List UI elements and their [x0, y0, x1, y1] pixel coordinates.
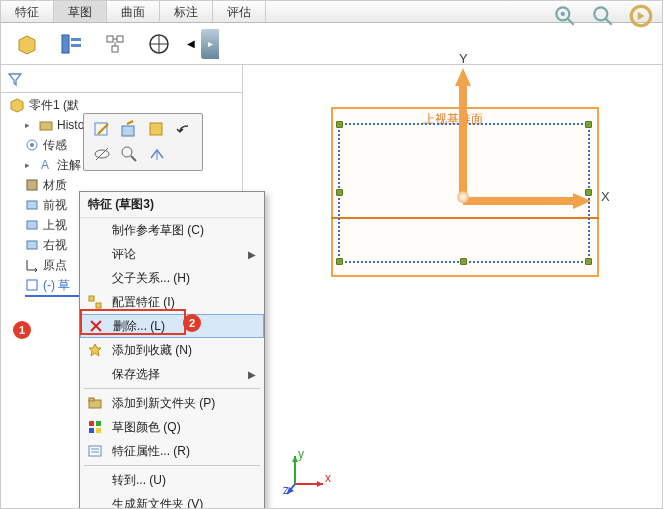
svg-rect-21 — [27, 180, 37, 190]
part-icon[interactable] — [5, 25, 49, 63]
svg-point-36 — [122, 147, 132, 157]
svg-rect-12 — [112, 46, 118, 52]
svg-rect-33 — [150, 123, 162, 135]
feature-manager-icon[interactable] — [49, 25, 93, 63]
star-icon — [87, 342, 103, 358]
plane-icon — [25, 238, 39, 252]
svg-text:A: A — [41, 158, 49, 172]
feature-props-icon[interactable] — [147, 120, 167, 140]
origin-icon — [25, 258, 39, 272]
tab-surface[interactable]: 曲面 — [107, 1, 160, 22]
tab-feature[interactable]: 特征 — [1, 1, 54, 22]
annot-icon: A — [39, 158, 53, 172]
filter-row[interactable] — [1, 65, 242, 93]
annotation-badge-2: 2 — [183, 314, 201, 332]
undo-icon[interactable] — [174, 120, 194, 140]
view-triad[interactable]: x y z — [283, 448, 331, 496]
cm-parent[interactable]: 父子关系... (H) — [80, 266, 264, 290]
context-toolbar — [83, 113, 203, 171]
cm-ref-sketch[interactable]: 制作参考草图 (C) — [80, 218, 264, 242]
axis-x-label: X — [601, 189, 610, 204]
folder-icon — [87, 395, 103, 411]
svg-rect-22 — [27, 201, 37, 209]
svg-rect-27 — [27, 280, 37, 290]
svg-rect-44 — [89, 398, 94, 401]
svg-rect-7 — [71, 38, 81, 41]
folder-icon — [39, 118, 53, 132]
toolbar-more-icon[interactable]: ◀ — [181, 38, 201, 49]
graphics-area[interactable]: 上视基准面 Y X x y z — [243, 65, 662, 508]
svg-rect-40 — [96, 303, 101, 308]
axis-y-label: Y — [459, 51, 468, 66]
edit-sketch-icon[interactable] — [92, 120, 112, 140]
svg-rect-47 — [89, 428, 94, 433]
svg-rect-45 — [89, 421, 94, 426]
svg-point-19 — [30, 143, 34, 147]
sketch-icon — [25, 278, 39, 292]
svg-rect-39 — [89, 296, 94, 301]
svg-rect-6 — [62, 35, 69, 53]
cm-comment[interactable]: 评论▶ — [80, 242, 264, 266]
cm-goto[interactable]: 转到... (U) — [80, 468, 264, 492]
svg-rect-8 — [71, 44, 81, 47]
svg-rect-31 — [95, 123, 107, 135]
props-icon — [87, 443, 103, 459]
svg-rect-17 — [40, 122, 52, 130]
cm-sketch-color[interactable]: 草图颜色 (Q) — [80, 415, 264, 439]
tree-root[interactable]: 零件1 (默 — [5, 95, 238, 115]
annotation-highlight-delete — [80, 309, 186, 335]
config-icon — [87, 294, 103, 310]
plane-icon — [25, 198, 39, 212]
tab-annotate[interactable]: 标注 — [160, 1, 213, 22]
cm-save-sel[interactable]: 保存选择▶ — [80, 362, 264, 386]
panel-toolbar: ◀ ▸ — [1, 23, 662, 65]
svg-rect-32 — [122, 126, 134, 136]
cm-add-fav[interactable]: 添加到收藏 (N) — [80, 338, 264, 362]
tab-evaluate[interactable]: 评估 — [213, 1, 266, 22]
tab-sketch[interactable]: 草图 — [54, 1, 107, 22]
cm-add-folder[interactable]: 添加到新文件夹 (P) — [80, 391, 264, 415]
material-icon — [25, 178, 39, 192]
axis-y-arrow — [455, 68, 471, 198]
hide-icon[interactable] — [92, 144, 112, 164]
cm-header: 特征 (草图3) — [80, 192, 264, 218]
config-manager-icon[interactable] — [93, 25, 137, 63]
triad-z: z — [283, 483, 289, 496]
svg-rect-10 — [117, 36, 123, 42]
toolbar-overflow-icon[interactable]: ▸ — [201, 29, 219, 59]
axis-x-arrow — [463, 193, 591, 209]
svg-line-37 — [131, 156, 136, 161]
cm-new-folder[interactable]: 生成新文件夹 (V) — [80, 492, 264, 509]
origin-point — [457, 191, 469, 203]
triad-x: x — [325, 471, 331, 485]
zoom-to-icon[interactable] — [119, 144, 139, 164]
cm-props[interactable]: 特征属性... (R) — [80, 439, 264, 463]
edit-sketch-plane-icon[interactable] — [119, 120, 139, 140]
plane-icon — [25, 218, 39, 232]
svg-rect-23 — [27, 221, 37, 229]
annotation-badge-1: 1 — [13, 321, 31, 339]
sensor-icon — [25, 138, 39, 152]
dimxpert-icon[interactable] — [137, 25, 181, 63]
svg-rect-24 — [27, 241, 37, 249]
context-menu: 特征 (草图3) 制作参考草图 (C) 评论▶ 父子关系... (H) 配置特征… — [79, 191, 265, 509]
triad-y: y — [298, 448, 304, 461]
normal-to-icon[interactable] — [147, 144, 167, 164]
filter-icon — [7, 71, 23, 87]
svg-rect-48 — [96, 428, 101, 433]
part-icon — [9, 97, 25, 113]
color-icon — [87, 419, 103, 435]
svg-rect-9 — [107, 36, 113, 42]
svg-point-2 — [561, 12, 565, 16]
svg-rect-49 — [89, 446, 101, 456]
svg-rect-46 — [96, 421, 101, 426]
